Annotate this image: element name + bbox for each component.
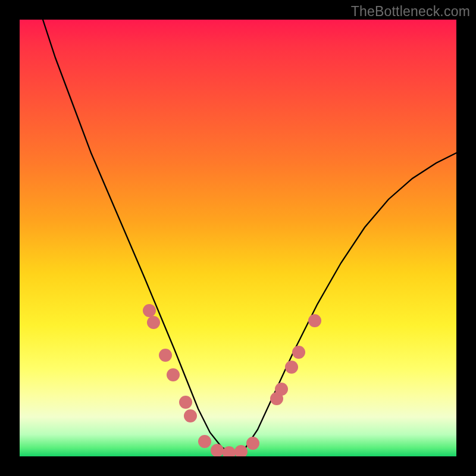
chart-svg (20, 20, 456, 456)
chart-frame: TheBottleneck.com (0, 0, 476, 476)
marker-dot (184, 409, 197, 422)
marker-dot (159, 349, 172, 362)
marker-dot (211, 444, 224, 456)
marker-dot (246, 437, 259, 450)
marker-dot (198, 435, 211, 448)
marker-dot (167, 368, 180, 381)
marker-dot (179, 396, 192, 409)
marker-group (143, 304, 321, 456)
bottleneck-curve (43, 20, 456, 453)
marker-dot (223, 446, 236, 456)
marker-dot (292, 346, 305, 359)
marker-dot (147, 316, 160, 329)
marker-dot (285, 361, 298, 374)
marker-dot (275, 383, 288, 396)
marker-dot (143, 304, 156, 317)
watermark-text: TheBottleneck.com (351, 4, 470, 20)
marker-dot (308, 314, 321, 327)
plot-area (20, 20, 456, 456)
